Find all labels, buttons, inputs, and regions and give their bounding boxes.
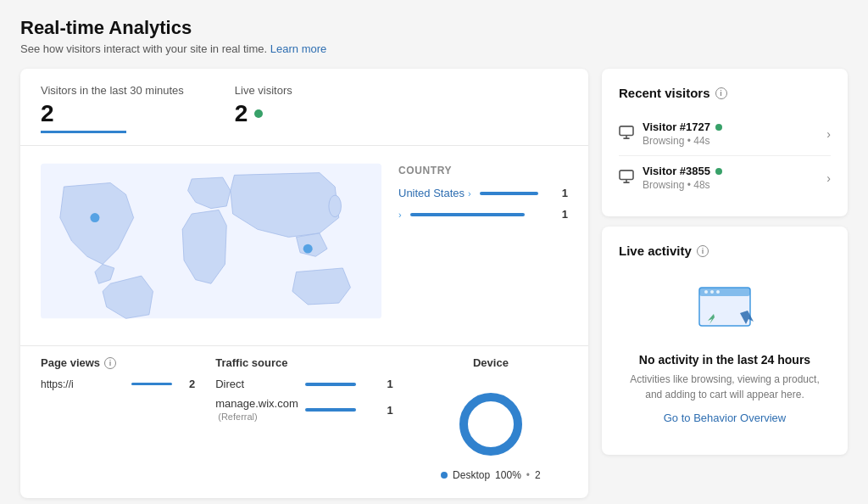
- visitors-progress-bar: [41, 131, 126, 133]
- device-title: Device: [473, 356, 509, 369]
- device-donut: [453, 386, 529, 462]
- traffic-row-0: Direct 1: [215, 378, 393, 390]
- world-map-container: [41, 156, 381, 328]
- device-percent: 100%: [495, 469, 521, 481]
- traffic-title: Traffic source: [215, 356, 393, 369]
- visitors-label: Visitors in the last 30 minutes: [41, 84, 184, 97]
- card-divider: [20, 145, 588, 146]
- svg-point-11: [710, 290, 714, 294]
- svg-point-12: [716, 290, 720, 294]
- visitor-status-dot-0: [715, 124, 722, 131]
- left-panel: Visitors in the last 30 minutes 2 Live v…: [20, 69, 588, 498]
- traffic-label-1: manage.wix.com (Referral): [215, 397, 298, 423]
- pageview-bar-fill-0: [131, 383, 172, 385]
- bottom-divider: [20, 345, 588, 346]
- country-section-label: Country: [398, 165, 568, 176]
- visitor-item-0[interactable]: Visitor #1727 Browsing • 44s ›: [619, 112, 831, 156]
- learn-more-link[interactable]: Learn more: [270, 42, 326, 55]
- visitor-name-1: Visitor #3855: [643, 165, 826, 177]
- visitor-meta-1: Browsing • 48s: [643, 179, 826, 191]
- country-row-1[interactable]: › 1: [398, 208, 568, 221]
- activity-no-text: No activity in the last 24 hours: [627, 353, 822, 367]
- svg-point-10: [704, 290, 708, 294]
- visitors-value: 2: [41, 100, 184, 127]
- country-count-0: 1: [562, 187, 568, 199]
- device-legend: Desktop 100% • 2: [441, 469, 541, 481]
- traffic-bar-fill-0: [305, 383, 356, 386]
- legend-dot-desktop: [441, 472, 448, 479]
- main-analytics-card: Visitors in the last 30 minutes 2 Live v…: [20, 69, 588, 498]
- traffic-count-1: 1: [380, 404, 393, 417]
- live-visitors-value: 2: [235, 100, 292, 127]
- pageview-row-0: https://i 2: [41, 378, 195, 390]
- device-col: Device Desktop 100% • 2: [414, 356, 568, 481]
- world-map-svg: [41, 156, 381, 326]
- svg-point-1: [329, 195, 342, 217]
- live-visitors-stat-block: Live visitors 2: [235, 84, 292, 133]
- recent-visitors-title: Recent visitors i: [619, 86, 831, 100]
- traffic-bar-fill-1: [305, 408, 356, 412]
- activity-empty-state: No activity in the last 24 hours Activit…: [619, 270, 831, 438]
- page-title: Real-time Analytics: [20, 17, 848, 39]
- country-bar-1: [410, 213, 554, 216]
- country-name-1: ›: [398, 210, 402, 220]
- traffic-bar-0: [305, 383, 373, 386]
- visitor-meta-0: Browsing • 44s: [643, 135, 826, 147]
- country-count-1: 1: [562, 208, 568, 221]
- svg-point-4: [464, 397, 518, 451]
- visitor-info-1: Visitor #3855 Browsing • 48s: [643, 165, 826, 191]
- country-bar-fill-1: [410, 213, 525, 216]
- traffic-label-0: Direct: [215, 378, 298, 390]
- page-views-col: Page views i https://i 2: [41, 356, 195, 481]
- activity-sub: Activities like browsing, viewing a prod…: [627, 372, 822, 402]
- visitor-item-1[interactable]: Visitor #3855 Browsing • 48s ›: [619, 156, 831, 199]
- behavior-overview-link[interactable]: Go to Behavior Overview: [664, 412, 787, 424]
- visitor-monitor-icon-1: [619, 170, 634, 186]
- live-activity-title: Live activity i: [619, 244, 831, 258]
- page-views-title: Page views i: [41, 356, 195, 369]
- recent-visitors-info-icon[interactable]: i: [715, 87, 727, 99]
- svg-point-3: [303, 244, 313, 254]
- pageview-url-0: https://i: [41, 378, 125, 390]
- pageview-count-0: 2: [189, 378, 195, 390]
- visitor-status-dot-1: [715, 168, 722, 175]
- page-views-info-icon[interactable]: i: [104, 357, 116, 369]
- svg-rect-7: [620, 171, 633, 180]
- country-bar-fill-0: [480, 192, 539, 195]
- visitor-name-0: Visitor #1727: [643, 120, 826, 133]
- referral-tag: (Referral): [218, 412, 257, 422]
- bottom-section: Page views i https://i 2 T: [20, 356, 588, 498]
- visitor-info-0: Visitor #1727 Browsing • 44s: [643, 120, 826, 147]
- device-count: 2: [535, 469, 541, 481]
- country-bar-0: [480, 192, 554, 195]
- country-name-0: United States ›: [398, 187, 471, 199]
- country-section: Country United States › 1: [398, 156, 568, 328]
- visitors-stat-block: Visitors in the last 30 minutes 2: [41, 84, 184, 133]
- live-visitors-label: Live visitors: [235, 84, 292, 97]
- activity-illustration: [691, 283, 759, 343]
- device-name: Desktop: [453, 469, 490, 481]
- visitor-monitor-icon-0: [619, 126, 634, 142]
- svg-rect-6: [620, 126, 633, 136]
- visitor-chevron-0: ›: [826, 127, 831, 141]
- traffic-bar-1: [305, 408, 373, 412]
- page-subtitle: See how visitors interact with your site…: [20, 42, 848, 55]
- live-activity-card: Live activity i: [602, 227, 848, 455]
- traffic-count-0: 1: [380, 378, 393, 390]
- pageview-bar-0: [131, 383, 182, 385]
- live-activity-info-icon[interactable]: i: [697, 245, 709, 257]
- recent-visitors-card: Recent visitors i Visitor #1727: [602, 69, 848, 216]
- right-panel: Recent visitors i Visitor #1727: [602, 69, 848, 498]
- visitor-chevron-1: ›: [826, 171, 831, 185]
- svg-point-2: [90, 213, 99, 222]
- live-indicator-dot: [254, 109, 263, 118]
- country-row-0[interactable]: United States › 1: [398, 187, 568, 199]
- traffic-row-1: manage.wix.com (Referral) 1: [215, 397, 393, 423]
- traffic-col: Traffic source Direct 1 manage.wix.com: [215, 356, 393, 481]
